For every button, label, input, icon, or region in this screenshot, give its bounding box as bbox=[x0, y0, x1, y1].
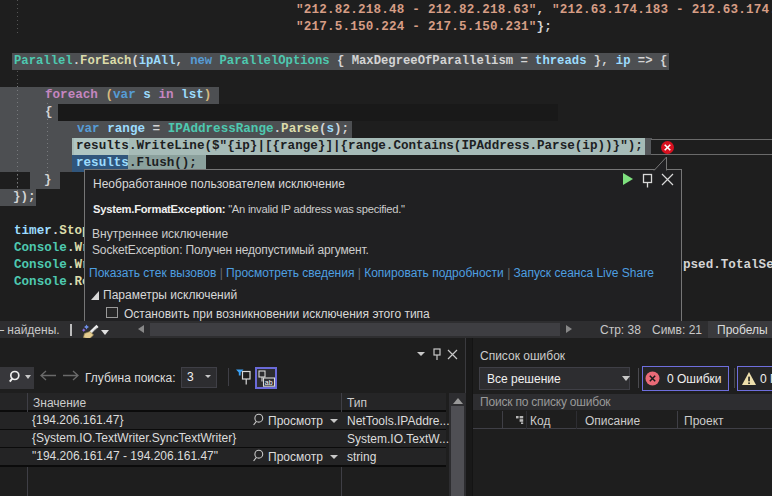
svg-text:ab: ab bbox=[264, 378, 272, 385]
